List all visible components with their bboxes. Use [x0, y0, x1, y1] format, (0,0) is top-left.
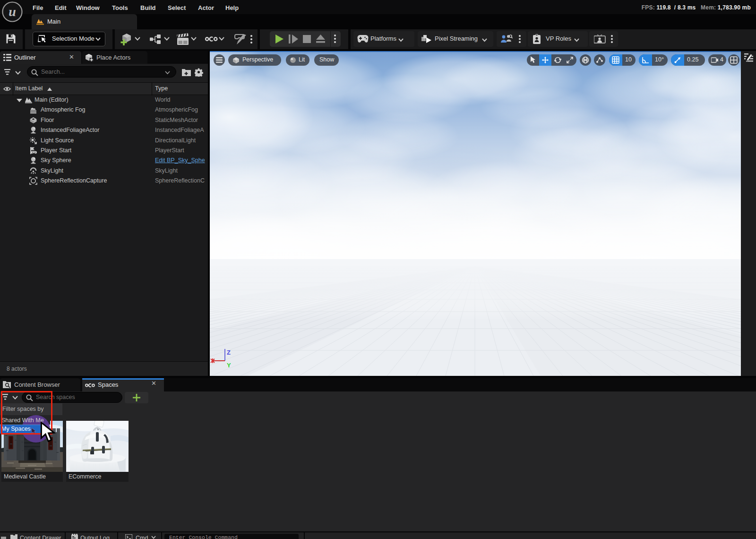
- svg-text:u: u: [9, 4, 16, 19]
- svg-text:Y: Y: [227, 362, 231, 369]
- svg-text:Z: Z: [227, 349, 231, 356]
